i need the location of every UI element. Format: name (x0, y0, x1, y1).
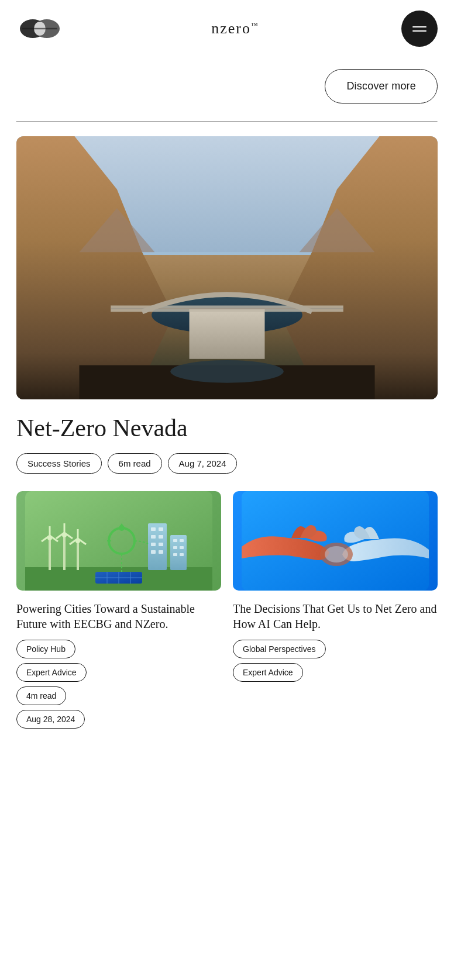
svg-rect-39 (151, 543, 156, 546)
tag-read-time[interactable]: 6m read (108, 453, 162, 474)
logo-center: nzero™ (211, 20, 259, 37)
svg-rect-9 (190, 309, 265, 359)
card-1-tag-expert[interactable]: Expert Advice (16, 663, 87, 682)
svg-rect-41 (151, 550, 156, 554)
svg-rect-48 (173, 553, 177, 556)
tag-date[interactable]: Aug 7, 2024 (168, 453, 238, 474)
card-2-tag-expert[interactable]: Expert Advice (233, 663, 303, 682)
svg-rect-35 (151, 527, 156, 531)
svg-rect-45 (180, 539, 184, 542)
discover-section: Discover more (0, 57, 454, 121)
card-1-tag-policy[interactable]: Policy Hub (16, 640, 75, 658)
svg-rect-40 (159, 543, 163, 546)
nzero-icon (16, 16, 69, 42)
card-2-image (233, 491, 438, 591)
svg-rect-36 (159, 527, 163, 531)
card-1-tag-date[interactable]: Aug 28, 2024 (16, 710, 85, 729)
svg-rect-44 (173, 539, 177, 542)
card-1-tags: Policy Hub Expert Advice 4m read Aug 28,… (16, 640, 221, 729)
dam-scene (16, 136, 438, 399)
svg-rect-46 (173, 546, 177, 549)
svg-rect-37 (151, 535, 156, 539)
cards-grid: Powering Cities Toward a Sustainable Fut… (16, 491, 438, 729)
svg-rect-43 (170, 535, 187, 570)
grid-section: Powering Cities Toward a Sustainable Fut… (0, 491, 454, 729)
card-2-title: The Decisions That Get Us to Net Zero an… (233, 601, 438, 632)
card-2: The Decisions That Get Us to Net Zero an… (233, 491, 438, 729)
svg-point-57 (325, 546, 348, 563)
card-1: Powering Cities Toward a Sustainable Fut… (16, 491, 221, 729)
svg-rect-42 (159, 550, 163, 554)
main-article-title: Net-Zero Nevada (16, 415, 438, 441)
menu-line-1 (412, 26, 427, 27)
card-2-tag-global[interactable]: Global Perspectives (233, 640, 326, 658)
svg-rect-22 (63, 535, 66, 570)
svg-rect-27 (77, 541, 79, 570)
svg-rect-17 (49, 538, 51, 570)
menu-line-2 (412, 30, 427, 32)
logo-left (16, 14, 69, 43)
renewable-scene (16, 491, 221, 591)
handshake-svg (233, 491, 438, 591)
svg-rect-34 (148, 523, 167, 570)
handshake-scene (233, 491, 438, 591)
tag-success-stories[interactable]: Success Stories (16, 453, 102, 474)
svg-rect-47 (180, 546, 184, 549)
main-article: Net-Zero Nevada Success Stories 6m read … (0, 136, 454, 474)
renewable-svg (16, 491, 221, 591)
header: nzero™ (0, 0, 454, 57)
svg-rect-38 (159, 535, 163, 539)
bottom-space (0, 729, 454, 764)
card-1-image (16, 491, 221, 591)
card-1-title: Powering Cities Toward a Sustainable Fut… (16, 601, 221, 632)
svg-rect-49 (180, 553, 184, 556)
card-2-tags: Global Perspectives Expert Advice (233, 640, 438, 682)
menu-button[interactable] (401, 11, 438, 47)
main-article-tags: Success Stories 6m read Aug 7, 2024 (16, 453, 438, 474)
card-1-tag-readtime[interactable]: 4m read (16, 686, 66, 705)
main-article-image (16, 136, 438, 399)
discover-more-button[interactable]: Discover more (325, 69, 438, 103)
dam-svg (16, 136, 438, 399)
svg-point-14 (170, 360, 283, 383)
section-divider (16, 121, 438, 122)
